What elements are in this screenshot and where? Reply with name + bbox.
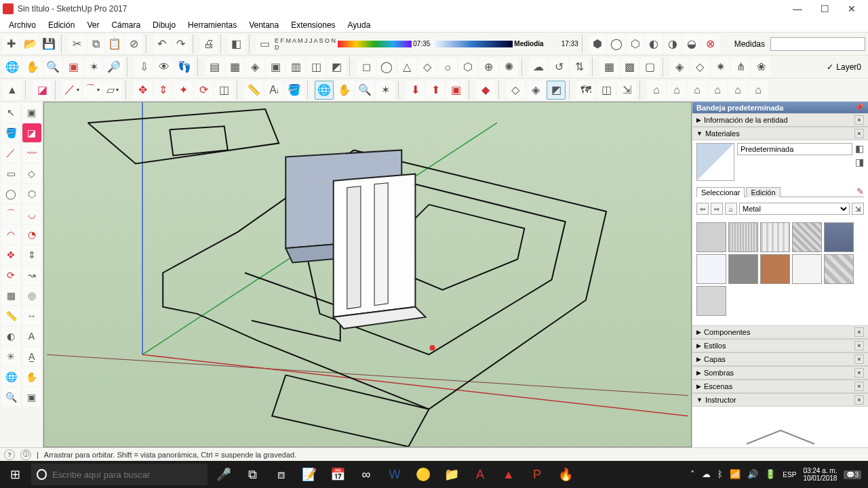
trimble-upload-button[interactable]: ☁ <box>529 58 548 77</box>
taskbar-app-powerpoint[interactable]: P <box>524 461 551 488</box>
sandbox-grid-button[interactable]: ▦ <box>225 58 244 77</box>
select-arrow-button[interactable]: ↖ <box>1 103 20 122</box>
zoom-window-button[interactable]: ▣ <box>64 58 83 77</box>
taskbar-app-dropbox[interactable]: ⧈ <box>267 461 294 488</box>
pin-icon[interactable]: 📌 <box>854 103 864 112</box>
panel-close-button[interactable]: × <box>854 368 864 378</box>
edges-button[interactable]: ✷ <box>711 58 730 77</box>
menu-ventana[interactable]: Ventana <box>243 19 285 31</box>
view-top-button[interactable]: ◈ <box>526 81 545 100</box>
panel-close-button[interactable]: × <box>854 354 864 364</box>
task-view-button[interactable]: ⧉ <box>239 461 266 488</box>
taskbar-app-word[interactable]: W <box>381 461 408 488</box>
taskbar-clock[interactable]: 03:24 a. m. 10/01/2018 <box>803 467 837 482</box>
walk-button[interactable]: 👣 <box>175 58 194 77</box>
material-swatch[interactable] <box>696 254 726 284</box>
tray-vol-icon[interactable]: 🔊 <box>747 470 758 479</box>
followme-left-button[interactable]: ↝ <box>22 266 41 285</box>
erase-button[interactable]: ⊘ <box>125 35 142 54</box>
material-name-input[interactable] <box>737 143 852 155</box>
add-location-button[interactable]: ⇲ <box>617 81 636 100</box>
pan-left-button[interactable]: ✋ <box>22 367 41 386</box>
trimble-sync-button[interactable]: ↺ <box>549 58 568 77</box>
style-shaded-button[interactable]: △ <box>397 58 416 77</box>
style-textured-button[interactable]: ◇ <box>418 58 437 77</box>
nav-back-button[interactable]: ⇦ <box>696 203 709 215</box>
solid-union-button[interactable]: ⬢ <box>589 35 606 54</box>
rectangle-left-button[interactable]: ▭ <box>1 164 20 183</box>
copy-button[interactable]: ⧉ <box>87 35 105 54</box>
offset-tool-button[interactable]: ◫ <box>214 81 233 100</box>
mic-icon[interactable]: 🎤 <box>210 461 237 488</box>
tray-wifi-icon[interactable]: 📶 <box>730 470 741 479</box>
line-tool-button[interactable]: ／ <box>62 81 81 100</box>
sandbox-flip-button[interactable]: ◩ <box>327 58 346 77</box>
taskbar-app-chrome[interactable]: 🟡 <box>410 461 437 488</box>
shadow-toggle-button[interactable]: ▭ <box>256 35 273 54</box>
section-display-button[interactable]: ▩ <box>620 58 639 77</box>
menu-archivo[interactable]: Archivo <box>3 19 42 31</box>
panel-materials[interactable]: ▼ Materiales × <box>692 127 868 140</box>
menu-extensiones[interactable]: Extensiones <box>285 19 341 31</box>
sandbox-smoove-button[interactable]: ◈ <box>245 58 264 77</box>
redo-button[interactable]: ↷ <box>172 35 189 54</box>
pie-left-button[interactable]: ◔ <box>22 225 41 244</box>
viewport-3d[interactable] <box>43 102 692 447</box>
material-swatch[interactable] <box>824 222 854 252</box>
view-front-button[interactable]: ◩ <box>547 81 566 100</box>
text-left-button[interactable]: A <box>22 327 41 346</box>
tray-batt-icon[interactable]: 🔋 <box>765 470 776 479</box>
panel-instructor[interactable]: ▼ Instructor × <box>692 393 868 407</box>
shape-tool-button[interactable]: ▱ <box>103 81 122 100</box>
rotate-left-button[interactable]: ⟳ <box>1 266 20 285</box>
rotated-rect-button[interactable]: ◇ <box>22 164 41 183</box>
start-button[interactable]: ⊞ <box>1 461 28 488</box>
paint-tool-button[interactable]: 🪣 <box>285 81 304 100</box>
taskbar-search-input[interactable] <box>52 470 202 480</box>
pencil-icon[interactable]: ✎ <box>856 186 864 197</box>
cut-button[interactable]: ✂ <box>68 35 86 54</box>
2point-arc-button[interactable]: ◡ <box>22 205 41 224</box>
freehand-left-button[interactable]: 〰 <box>22 144 41 163</box>
style-mono-button[interactable]: ☼ <box>438 58 457 77</box>
taskbar-app-sketchup[interactable]: ▲ <box>495 461 522 488</box>
orbit-left-button[interactable]: 🌐 <box>1 367 20 386</box>
tray-cloud-icon[interactable]: ☁ <box>702 470 711 479</box>
nav-fwd-button[interactable]: ⇨ <box>711 203 723 215</box>
print-button[interactable]: 🖨 <box>200 35 218 54</box>
pan-button[interactable]: ✋ <box>23 58 42 77</box>
panel-scenes[interactable]: ▶ Escenas × <box>692 380 868 393</box>
arc-tool-button[interactable]: ⌒ <box>83 81 102 100</box>
polygon-left-button[interactable]: ⬡ <box>22 184 41 203</box>
geo-status-icon[interactable]: ? <box>4 449 15 460</box>
section-plane-button[interactable]: ▦ <box>599 58 618 77</box>
tape-left-button[interactable]: 📏 <box>1 306 20 325</box>
tray-up-icon[interactable]: ˄ <box>690 470 695 479</box>
zoom-extents-button[interactable]: ✶ <box>84 58 103 77</box>
backedges-button[interactable]: ◇ <box>690 58 709 77</box>
sandbox-contours-button[interactable]: ▤ <box>205 58 224 77</box>
paste-button[interactable]: 📋 <box>106 35 123 54</box>
material-swatch[interactable] <box>824 254 854 284</box>
sandbox-drape-button[interactable]: ▥ <box>286 58 305 77</box>
panel-close-button[interactable]: × <box>854 129 864 138</box>
material-swatch[interactable] <box>728 254 758 284</box>
minimize-button[interactable]: — <box>784 0 811 18</box>
position-camera-button[interactable]: ⇩ <box>134 58 153 77</box>
open-button[interactable]: 📂 <box>22 35 39 54</box>
nav-menu-button[interactable]: ⇲ <box>852 203 864 215</box>
house-view5-button[interactable]: ⌂ <box>728 81 747 100</box>
menu-edicion[interactable]: Edición <box>42 19 81 31</box>
tray-title[interactable]: Bandeja predeterminada 📌 <box>692 102 868 113</box>
previous-view-button[interactable]: 🔎 <box>104 58 123 77</box>
solid-subtract-button[interactable]: ⬡ <box>627 35 644 54</box>
zoom-extents-tool-button[interactable]: ✶ <box>376 81 395 100</box>
circle-left-button[interactable]: ◯ <box>1 184 20 203</box>
solid-intersect-button[interactable]: ◯ <box>608 35 625 54</box>
geo-location-button[interactable]: 🗺 <box>576 81 595 100</box>
measurements-input[interactable] <box>770 37 865 51</box>
xray-button[interactable]: ◈ <box>670 58 689 77</box>
pushpull-tool-button[interactable]: ⇕ <box>153 81 172 100</box>
material-cube-icon[interactable]: ◨ <box>855 157 864 167</box>
zoom-button[interactable]: 🔍 <box>43 58 62 77</box>
